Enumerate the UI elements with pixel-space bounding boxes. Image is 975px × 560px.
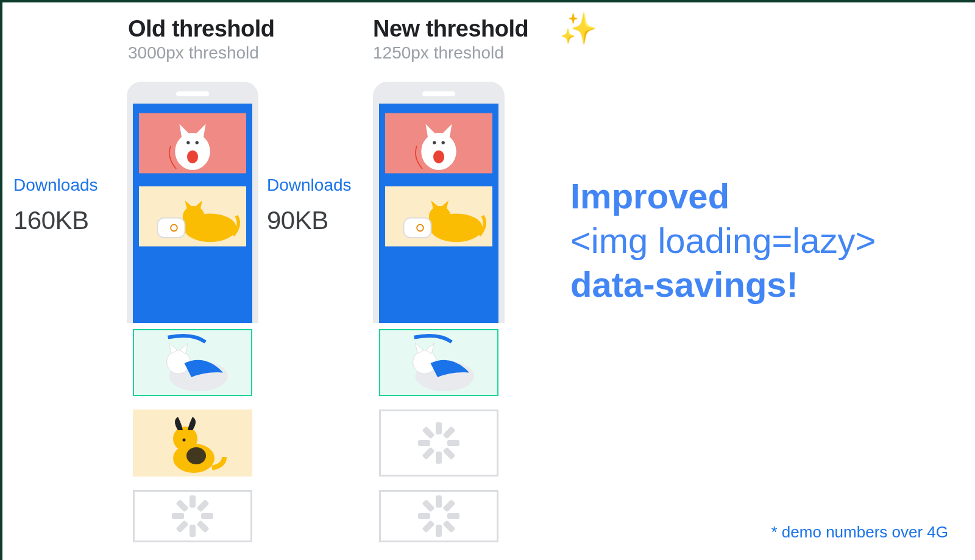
edge-decoration	[0, 0, 975, 2]
new-threshold-subtitle: 1250px threshold	[373, 43, 528, 63]
svg-point-4	[187, 151, 198, 164]
new-below-fold-stack	[379, 329, 498, 556]
viewport-bottom-strip	[139, 256, 246, 323]
cat-cape-icon	[379, 329, 498, 396]
svg-point-12	[433, 141, 436, 144]
loading-spinner-icon	[379, 409, 498, 477]
loading-spinner-icon	[133, 490, 252, 542]
cat-yarn-icon	[385, 110, 492, 177]
svg-point-24	[186, 447, 206, 464]
old-threshold-heading: Old threshold 3000px threshold	[128, 16, 275, 63]
viewport-bottom-strip	[385, 256, 492, 323]
phone-old	[127, 82, 258, 323]
svg-point-25	[183, 439, 186, 442]
phone-screen-old	[133, 104, 252, 323]
new-downloads-value: 90KB	[267, 206, 352, 235]
svg-point-17	[429, 206, 451, 228]
headline-line1: Improved	[570, 174, 876, 219]
old-threshold-subtitle: 3000px threshold	[128, 43, 275, 63]
cat-yarn-icon	[139, 110, 246, 177]
new-threshold-title: New threshold	[373, 16, 528, 42]
old-downloads-block: Downloads 160KB	[13, 175, 98, 235]
old-below-fold-stack	[133, 329, 252, 556]
headline-line2: <img loading=lazy>	[570, 219, 876, 263]
phone-speaker	[176, 91, 209, 96]
new-downloads-block: Downloads 90KB	[267, 175, 352, 235]
dog-sitting-icon	[133, 409, 252, 477]
old-downloads-label: Downloads	[13, 175, 98, 195]
old-downloads-value: 160KB	[13, 206, 98, 235]
phone-new	[373, 82, 505, 323]
new-downloads-label: Downloads	[267, 175, 352, 195]
svg-rect-18	[404, 218, 431, 238]
svg-point-21	[167, 350, 191, 374]
svg-rect-8	[158, 218, 185, 238]
phone-speaker	[422, 91, 455, 96]
svg-point-23	[173, 427, 197, 451]
cat-cape-icon	[133, 329, 252, 396]
loading-spinner-icon	[379, 490, 498, 542]
sparkle-icon: ✨	[559, 11, 597, 46]
orange-cat-shoe-icon	[139, 183, 246, 250]
old-threshold-title: Old threshold	[128, 16, 275, 42]
headline-text: Improved <img loading=lazy> data-savings…	[570, 174, 876, 307]
svg-point-3	[195, 141, 198, 144]
phone-screen-new	[379, 104, 498, 323]
svg-point-2	[186, 141, 190, 144]
edge-decoration	[0, 0, 2, 560]
orange-cat-shoe-icon	[385, 183, 492, 250]
footnote-text: * demo numbers over 4G	[771, 523, 948, 542]
svg-point-14	[433, 151, 444, 164]
svg-point-7	[183, 206, 205, 228]
svg-point-13	[441, 141, 444, 144]
svg-point-27	[413, 350, 437, 374]
headline-line3: data-savings!	[570, 263, 876, 307]
new-threshold-heading: New threshold 1250px threshold	[373, 16, 528, 63]
